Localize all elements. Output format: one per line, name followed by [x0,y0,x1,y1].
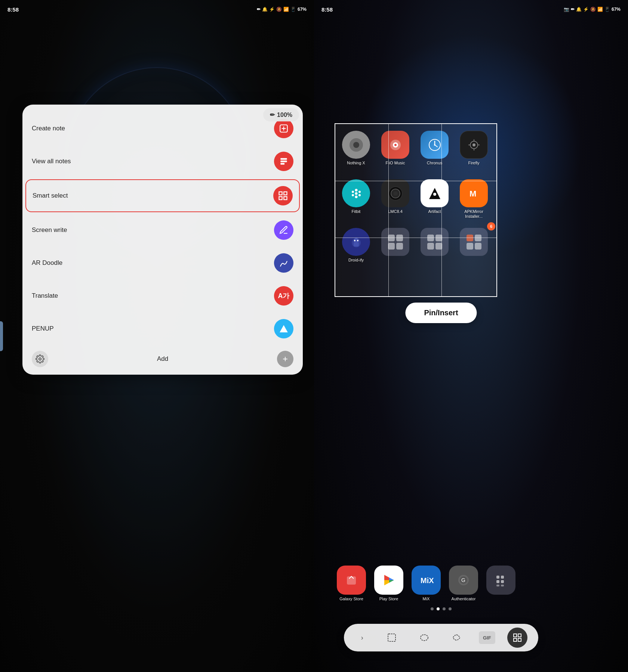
smart-select-label: Smart select [33,192,68,199]
bluetooth2-icon: ⚡ [583,7,589,12]
spen-menu-item-view-notes[interactable]: View all notes [22,145,303,178]
edit2-icon: ✏ [571,7,575,12]
spen-menu-item-smart-select[interactable]: Smart select [25,179,300,212]
spen-menu: Create note View all notes Smart select [22,105,303,375]
battery-pct: 67% [298,7,307,12]
left-status-bar: 8:58 ✏ 🔔 ⚡ 🔕 📶 📱 67% [0,0,314,19]
page-indicators [431,607,452,610]
add-plus-icon: + [283,354,288,364]
add-label: Add [157,355,168,363]
svg-rect-74 [514,638,517,641]
create-note-label: Create note [32,125,65,132]
toolbar-gif-button[interactable]: GIF [479,631,495,644]
bluetooth-icon: ⚡ [269,7,275,12]
pen-icon: ✏ [270,111,275,118]
svg-rect-64 [496,576,499,579]
dock-play-store[interactable]: Play Store [372,566,406,601]
svg-rect-7 [284,192,287,195]
selection-box [335,123,497,297]
right-status-icons: 📷 ✏ 🔔 ⚡ 🔕 📶 📱 67% [564,7,621,12]
right-status-time: 8:58 [321,6,333,13]
left-status-time: 8:58 [7,6,19,13]
right-battery-pct: 67% [612,7,621,12]
edit-icon: ✏ [257,7,261,12]
svg-point-71 [421,635,428,641]
app-drawer-icon [486,566,515,595]
smart-select-icon [273,186,293,205]
svg-rect-66 [496,580,499,583]
spen-menu-item-screen-write[interactable]: Screen write [22,214,303,247]
toolbar-arrow-button[interactable]: › [355,630,370,645]
page-dot-4[interactable] [449,607,452,610]
svg-rect-68 [496,585,499,586]
spen-menu-item-create-note[interactable]: Create note [22,112,303,145]
svg-point-11 [39,358,41,360]
svg-rect-8 [279,196,282,199]
left-status-icons: ✏ 🔔 ⚡ 🔕 📶 📱 67% [257,7,307,12]
svg-rect-69 [501,585,504,586]
mix-icon: MiX [412,566,441,595]
selection-grid-v1 [388,124,389,296]
settings-button[interactable] [32,351,48,367]
signal2-icon: 📱 [604,7,610,12]
spen-menu-footer: Add + [22,347,303,367]
svg-rect-3 [280,158,287,160]
ar-doodle-icon [274,253,293,273]
play-store-label: Play Store [379,597,398,601]
svg-rect-6 [279,192,282,195]
add-button[interactable]: + [277,351,293,367]
svg-rect-75 [518,638,521,641]
battery-value: 100% [277,112,292,118]
spen-menu-item-translate[interactable]: Translate A가 [22,279,303,312]
svg-text:MiX: MiX [421,576,434,585]
svg-rect-55 [347,576,356,585]
dock-row: Galaxy Store Play Store MiX MiX [335,566,518,601]
battery-pill: ✏ 100% [263,108,299,121]
svg-rect-67 [501,580,504,583]
wifi2-icon: 📶 [597,7,603,12]
app-empty-r2c5 [493,176,533,224]
toolbar-rect-button[interactable] [382,628,402,648]
selection-grid-h2 [335,238,496,238]
page-dot-2-active[interactable] [437,607,440,610]
screen-write-icon [274,220,293,240]
penup-icon [274,319,293,338]
edge-handle-left[interactable] [0,321,3,351]
dock-app-drawer[interactable] [484,566,518,601]
authenticator-label: Authenticator [452,597,476,601]
toolbar-oval-button[interactable] [414,628,434,648]
pin-insert-button[interactable]: Pin/Insert [405,303,477,323]
galaxy-store-icon [337,566,366,595]
view-notes-icon [274,152,293,171]
translate-label: Translate [32,292,58,300]
svg-rect-65 [501,576,504,579]
app-empty-r3c5 [493,224,533,273]
selection-grid-v2 [441,124,442,296]
volume2-icon: 🔕 [590,7,596,12]
ar-doodle-label: AR Doodle [32,259,62,267]
spen-menu-item-penup[interactable]: PENUP [22,312,303,345]
svg-rect-73 [518,634,521,637]
page-dot-1[interactable] [431,607,434,610]
dock-galaxy-store[interactable]: Galaxy Store [335,566,368,601]
app-empty-r1c5 [493,127,533,176]
dock-mix[interactable]: MiX MiX [409,566,443,601]
selection-grid-h1 [335,181,496,181]
smart-select-toolbar: › GIF [344,624,538,651]
right-panel: 8:58 📷 ✏ 🔔 ⚡ 🔕 📶 📱 67% Nothing X [314,0,628,672]
toolbar-lasso-button[interactable] [446,628,467,648]
left-panel: 8:58 ✏ 🔔 ⚡ 🔕 📶 📱 67% ✏ 100% Create note … [0,0,314,672]
wifi-icon: 📶 [283,7,289,12]
spen-menu-item-ar-doodle[interactable]: AR Doodle [22,247,303,279]
svg-rect-70 [388,634,395,641]
toolbar-smart-select-button[interactable] [507,628,527,648]
svg-text:G: G [461,577,465,583]
alarm-icon: 🔔 [262,7,268,12]
signal-icon: 📱 [290,7,296,12]
screen-write-label: Screen write [32,226,67,234]
camera-icon: 📷 [564,7,569,12]
alarm2-icon: 🔔 [576,7,582,12]
create-note-icon [274,119,293,138]
dock-authenticator[interactable]: G Authenticator [447,566,480,601]
page-dot-3[interactable] [443,607,446,610]
